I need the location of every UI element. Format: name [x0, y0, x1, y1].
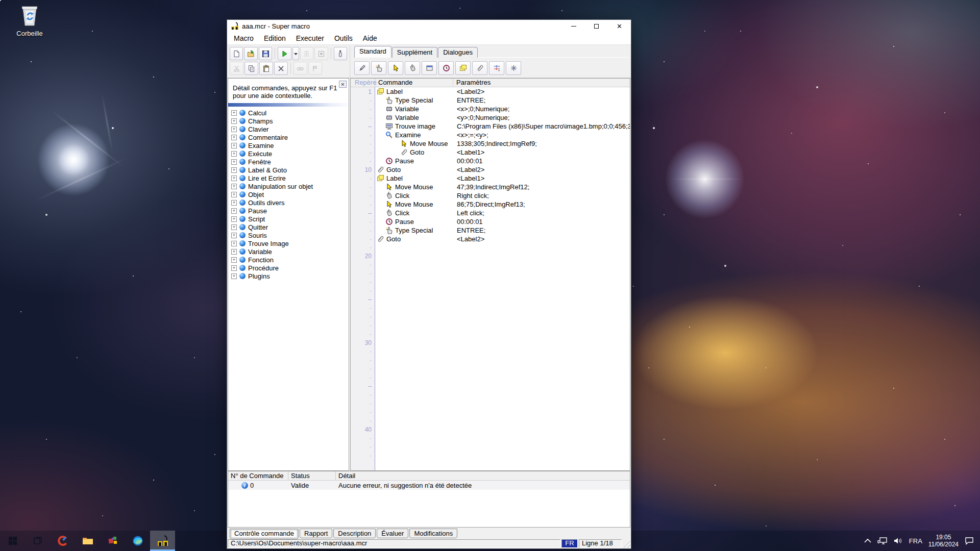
expand-icon[interactable]: +	[231, 151, 237, 157]
open-file-button[interactable]	[244, 47, 257, 60]
column-header-commande[interactable]: Commande	[375, 79, 453, 87]
stop-button[interactable]	[314, 47, 328, 60]
expand-icon[interactable]: +	[231, 110, 237, 116]
expand-icon[interactable]: +	[231, 208, 237, 214]
send-key-button[interactable]	[334, 47, 347, 60]
keyboard-language[interactable]: FRA	[909, 537, 922, 545]
save-button[interactable]	[259, 47, 272, 60]
move-mouse-tool-button[interactable]	[388, 61, 403, 75]
step-button[interactable]	[300, 47, 313, 60]
command-row[interactable]: ·	[351, 191, 630, 200]
clock[interactable]: 19:05 11/06/2024	[928, 534, 959, 548]
expand-icon[interactable]: +	[231, 224, 237, 230]
tree-item[interactable]: + Procédure	[228, 264, 349, 272]
pause-tool-button[interactable]	[438, 61, 454, 75]
expand-icon[interactable]: +	[231, 127, 237, 132]
click-tool-button[interactable]	[405, 61, 420, 75]
expand-icon[interactable]: +	[231, 200, 237, 206]
command-row[interactable]: ·	[351, 113, 630, 122]
expand-icon[interactable]: +	[231, 216, 237, 222]
tree-item[interactable]: + Trouve Image	[228, 239, 349, 247]
maximize-button[interactable]	[585, 20, 608, 32]
label-tool-button[interactable]	[455, 61, 471, 75]
super-macro-taskbar-button[interactable]	[150, 531, 175, 551]
expand-icon[interactable]: +	[231, 176, 237, 181]
column-header-num-commande[interactable]: N° de Commande	[228, 471, 288, 480]
pencil-tool-button[interactable]	[354, 61, 370, 75]
command-row[interactable]: ·	[351, 131, 630, 139]
ccleaner-button[interactable]	[50, 531, 75, 551]
copy-button[interactable]	[244, 62, 258, 75]
tree-item[interactable]: + Script	[228, 215, 349, 223]
tree-item[interactable]: + Variable	[228, 247, 349, 256]
expand-icon[interactable]: +	[231, 167, 237, 173]
menu-item[interactable]: Aide	[358, 33, 382, 44]
bottom-tab[interactable]: Modifications	[409, 529, 457, 538]
start-button[interactable]	[0, 531, 25, 551]
goto-tool-button[interactable]	[472, 61, 487, 75]
tree-item[interactable]: + Fonction	[228, 256, 349, 264]
command-row[interactable]: ·	[351, 139, 630, 148]
toolbar-tab[interactable]: Standard	[354, 46, 391, 58]
tree-item[interactable]: + Souris	[228, 231, 349, 239]
command-row[interactable]: ·	[351, 226, 630, 235]
menu-item[interactable]: Executer	[291, 33, 329, 44]
examine-tool-button[interactable]	[506, 61, 521, 75]
close-button[interactable]: ✕	[608, 20, 631, 32]
new-file-button[interactable]	[230, 47, 243, 60]
command-row[interactable]: ·	[351, 200, 630, 209]
file-explorer-button[interactable]	[75, 531, 100, 551]
tree-item[interactable]: + Outils divers	[228, 198, 349, 207]
type-special-tool-button[interactable]	[371, 61, 386, 75]
tree-item[interactable]: + Objet	[228, 190, 349, 198]
command-row[interactable]: ·	[351, 235, 630, 243]
tree-item[interactable]: + Lire et Ecrire	[228, 174, 349, 182]
tree-item[interactable]: + Manipulation sur objet	[228, 182, 349, 190]
title-bar[interactable]: aaa.mcr - Super macro ✕	[227, 20, 631, 32]
edge-button[interactable]	[125, 531, 150, 551]
toolbar-tab[interactable]: Supplément	[392, 47, 437, 58]
command-row[interactable]: –	[351, 209, 630, 217]
task-view-button[interactable]	[25, 531, 50, 551]
column-header-status[interactable]: Status	[288, 471, 336, 480]
flag-button[interactable]	[308, 62, 322, 75]
column-header-parametres[interactable]: Paramètres	[453, 79, 630, 87]
hidden-icons-chevron-icon[interactable]	[864, 538, 871, 543]
command-row[interactable]: ·	[351, 96, 630, 105]
toolbar-tab[interactable]: Dialogues	[438, 47, 478, 58]
expand-icon[interactable]: +	[231, 159, 237, 165]
column-header-repere[interactable]: Repère	[351, 79, 375, 87]
find-button[interactable]	[293, 62, 307, 75]
recycle-bin[interactable]: Corbeille	[11, 4, 48, 37]
expand-icon[interactable]: +	[231, 135, 237, 140]
expand-icon[interactable]: +	[231, 241, 237, 246]
network-icon[interactable]	[877, 537, 888, 545]
bottom-tab[interactable]: Évaluer	[377, 529, 408, 538]
expand-icon[interactable]: +	[231, 143, 237, 148]
tree-item[interactable]: + Pause	[228, 207, 349, 215]
delete-button[interactable]	[274, 62, 288, 75]
run-button[interactable]	[278, 47, 291, 60]
minimize-button[interactable]	[562, 20, 585, 32]
control-result-row[interactable]: i0 Valide Aucune erreur, ni suggestion n…	[228, 481, 630, 490]
command-row[interactable]: 1	[351, 87, 630, 96]
tree-item[interactable]: + Champs	[228, 117, 349, 125]
command-row[interactable]: 10	[351, 165, 630, 174]
menu-item[interactable]: Edition	[259, 33, 291, 44]
run-options-button[interactable]	[292, 47, 299, 60]
expand-icon[interactable]: +	[231, 184, 237, 189]
bottom-tab[interactable]: Rapport	[300, 529, 332, 538]
window-tool-button[interactable]	[422, 61, 437, 75]
tree-item[interactable]: + Examine	[228, 141, 349, 149]
tree-item[interactable]: + Label & Goto	[228, 166, 349, 174]
command-row[interactable]: ·	[351, 148, 630, 157]
tree-item[interactable]: + Commentaire	[228, 133, 349, 141]
command-row[interactable]: ·	[351, 183, 630, 191]
tree-item[interactable]: + Exécute	[228, 149, 349, 158]
tree-item[interactable]: + Plugins	[228, 272, 349, 280]
command-row[interactable]: ·	[351, 217, 630, 226]
tree-item[interactable]: + Fenêtre	[228, 158, 349, 166]
expand-icon[interactable]: +	[231, 265, 237, 271]
expand-icon[interactable]: +	[231, 273, 237, 279]
tree-item[interactable]: + Quitter	[228, 223, 349, 231]
